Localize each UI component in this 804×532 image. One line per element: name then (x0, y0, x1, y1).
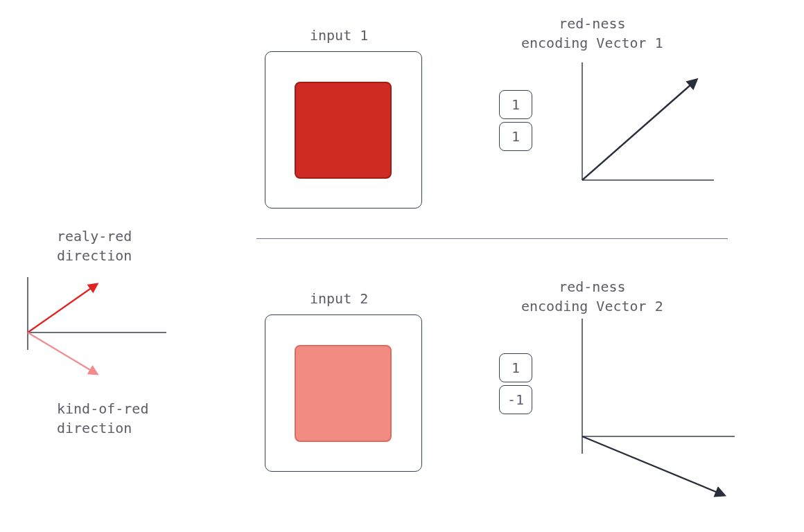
vector1-label: red-ness encoding Vector 1 (521, 14, 663, 53)
vector2-label: red-ness encoding Vector 2 (521, 277, 663, 316)
plot2 (582, 319, 755, 499)
vector1-cell-0: 1 (499, 90, 532, 119)
input1-label: input 1 (310, 26, 368, 45)
really-red-arrow (28, 284, 97, 332)
plot1 (582, 62, 735, 194)
hr-separator (256, 238, 728, 239)
legend-axes (28, 277, 194, 388)
vector2-cell-1: -1 (499, 385, 532, 414)
input2-label: input 2 (310, 289, 368, 308)
vector2-arrow (582, 436, 724, 495)
input2-square (295, 345, 392, 442)
vector1-arrow (582, 80, 697, 180)
input1-square (295, 82, 392, 179)
really-red-label: realy-red direction (57, 227, 132, 265)
kind-of-red-label: kind-of-red direction (57, 399, 148, 438)
vector1-cell-1: 1 (499, 122, 532, 151)
vector2-cell-0: 1 (499, 353, 532, 382)
kind-of-red-arrow (28, 332, 97, 374)
